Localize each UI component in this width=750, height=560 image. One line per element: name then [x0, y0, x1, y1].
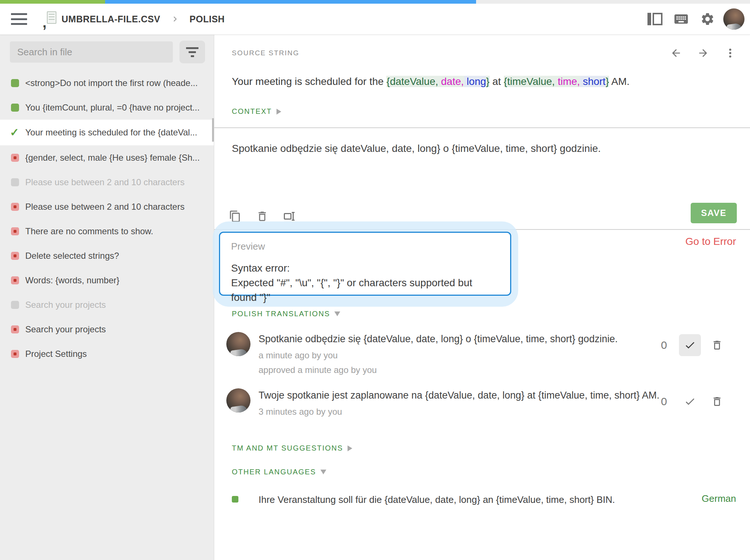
other-language-translation-text: Ihre Veranstaltung soll für die {dateVal… — [259, 493, 615, 506]
progress-translated-segment — [105, 0, 476, 4]
string-list-item[interactable]: Delete selected strings? — [0, 243, 214, 268]
next-string-arrow-button[interactable] — [697, 47, 709, 59]
settings-gear-icon[interactable] — [699, 11, 716, 27]
source-string-segment: AM. — [609, 76, 630, 87]
polish-translations-label: POLISH TRANSLATIONS — [232, 310, 330, 318]
vote-count: 0 — [660, 395, 668, 408]
string-list-item[interactable]: You {itemCount, plural, =0 {have no proj… — [0, 95, 214, 120]
string-list-item[interactable]: {gender, select, male {He uses} female {… — [0, 145, 214, 170]
string-status-icon — [11, 227, 19, 235]
search-input[interactable] — [10, 41, 173, 63]
other-languages-label: OTHER LANGUAGES — [232, 468, 316, 476]
source-string-segment: long — [464, 76, 486, 87]
string-list-item-label: Your meeting is scheduled for the {dateV… — [25, 127, 197, 138]
string-status-icon — [11, 178, 19, 186]
string-status-icon — [11, 276, 19, 284]
tm-mt-suggestions-section-toggle[interactable]: TM AND MT SUGGESTIONS — [232, 444, 750, 452]
csv-file-icon: , — [44, 11, 56, 27]
translation-entry: Spotkanie odbędzie się {dateValue, date,… — [226, 332, 750, 375]
string-list: <strong>Do not import the first row (hea… — [0, 71, 214, 366]
expanded-triangle-icon — [320, 470, 326, 474]
tm-mt-suggestions-label: TM AND MT SUGGESTIONS — [232, 444, 343, 452]
translation-text: Spotkanie odbędzie się {dateValue, date,… — [259, 332, 618, 346]
context-section-toggle[interactable]: CONTEXT — [232, 107, 750, 116]
string-list-item[interactable]: Search your projects — [0, 317, 214, 341]
keyboard-shortcuts-button[interactable] — [673, 11, 689, 27]
more-options-kebab-button[interactable] — [724, 47, 736, 59]
source-string-segment: at — [490, 76, 504, 87]
preview-title: Preview — [231, 241, 499, 252]
translation-timestamp: a minute ago by you — [259, 350, 618, 361]
translation-progress-strip — [0, 0, 750, 4]
source-string-segment: {timeValue, — [504, 76, 555, 87]
translation-text: Twoje spotkanie jest zaplanowane na {dat… — [259, 388, 660, 402]
delete-translation-button[interactable] — [709, 393, 725, 410]
vote-count: 0 — [660, 339, 668, 351]
source-string-segment: } — [486, 76, 489, 87]
filter-button[interactable] — [179, 41, 205, 63]
translator-avatar — [226, 332, 250, 356]
chevron-right-icon — [170, 14, 180, 24]
string-list-item[interactable]: Words: {words, number} — [0, 268, 214, 292]
preview-popup: Preview Syntax error: Expected "#", "\u"… — [213, 221, 518, 307]
string-status-icon — [11, 301, 19, 309]
breadcrumb-language[interactable]: POLISH — [190, 14, 225, 25]
progress-approved-segment — [0, 0, 105, 4]
translator-avatar — [226, 388, 250, 412]
translation-input-text[interactable]: Spotkanie odbędzie się dateValue, date, … — [214, 128, 750, 156]
header-bar: , UMBRELLA-FILE.CSV POLISH — [0, 4, 750, 35]
string-list-item-label: There are no comments to show. — [25, 226, 153, 236]
collapsed-triangle-icon — [348, 445, 352, 451]
string-status-icon — [11, 154, 19, 162]
source-string-text: Your meeting is scheduled for the {dateV… — [232, 74, 728, 89]
string-list-item[interactable]: Your meeting is scheduled for the {dateV… — [0, 120, 214, 145]
string-list-item-label: <strong>Do not import the first row (hea… — [25, 78, 198, 88]
side-panel-toggle-button[interactable] — [647, 11, 663, 27]
string-status-icon — [11, 350, 19, 358]
breadcrumb-file-name[interactable]: UMBRELLA-FILE.CSV — [62, 14, 160, 25]
previous-string-arrow-button[interactable] — [670, 47, 682, 59]
delete-translation-button[interactable] — [709, 337, 725, 353]
save-button[interactable]: SAVE — [691, 203, 737, 223]
hamburger-menu-icon[interactable] — [11, 13, 27, 25]
translation-editor[interactable]: Spotkanie odbędzie się dateValue, date, … — [214, 128, 750, 230]
collapsed-triangle-icon — [276, 109, 281, 115]
source-string-segment: short — [580, 76, 606, 87]
string-status-icon — [11, 128, 19, 137]
go-to-error-link[interactable]: Go to Error — [686, 236, 736, 247]
syntax-error-detail: Expected "#", "\u", "{", "}" or characte… — [231, 276, 499, 305]
context-label: CONTEXT — [232, 107, 272, 116]
translation-entry: Twoje spotkanie jest zaplanowane na {dat… — [226, 388, 750, 426]
polish-translations-section-toggle[interactable]: POLISH TRANSLATIONS — [232, 310, 750, 318]
string-list-item[interactable]: <strong>Do not import the first row (hea… — [0, 71, 214, 95]
other-language-link[interactable]: German — [687, 493, 736, 504]
source-string-segment: Your meeting is scheduled for the — [232, 76, 386, 87]
string-list-item-label: You {itemCount, plural, =0 {have no proj… — [25, 102, 200, 113]
string-list-item-label: Search your projects — [25, 300, 106, 310]
syntax-error-line: Syntax error: — [231, 261, 499, 276]
sidebar-scrollbar-thumb[interactable] — [212, 118, 214, 142]
string-list-item-label: Words: {words, number} — [25, 275, 119, 285]
string-list-item-label: {gender, select, male {He uses} female {… — [25, 153, 200, 163]
other-language-rows: Ihre Veranstaltung soll für die {dateVal… — [214, 493, 750, 506]
string-list-item-label: Project Settings — [25, 349, 87, 359]
string-list-item-label: Please use between 2 and 10 characters — [25, 177, 185, 187]
string-list-item[interactable]: There are no comments to show. — [0, 219, 214, 243]
string-list-item[interactable]: Please use between 2 and 10 characters — [0, 170, 214, 194]
string-status-icon — [11, 79, 19, 87]
approve-translation-button[interactable] — [679, 334, 701, 356]
approve-translation-button[interactable] — [679, 391, 701, 412]
string-list-item[interactable]: Please use between 2 and 10 characters — [0, 194, 214, 219]
string-list-item[interactable]: Search your projects — [0, 292, 214, 317]
user-avatar[interactable] — [726, 11, 742, 27]
string-list-item-label: Please use between 2 and 10 characters — [25, 202, 185, 212]
source-string-segment: date, — [438, 76, 464, 87]
strings-sidebar: <strong>Do not import the first row (hea… — [0, 35, 214, 560]
string-list-item[interactable]: Project Settings — [0, 341, 214, 366]
string-status-icon — [11, 104, 19, 112]
string-list-item-label: Search your projects — [25, 324, 106, 335]
expanded-triangle-icon — [334, 311, 340, 316]
editor-panel: SOURCE STRING Your meeting is scheduled … — [214, 35, 750, 560]
other-languages-section-toggle[interactable]: OTHER LANGUAGES — [232, 468, 750, 476]
other-language-row: Ihre Veranstaltung soll für die {dateVal… — [232, 493, 750, 506]
